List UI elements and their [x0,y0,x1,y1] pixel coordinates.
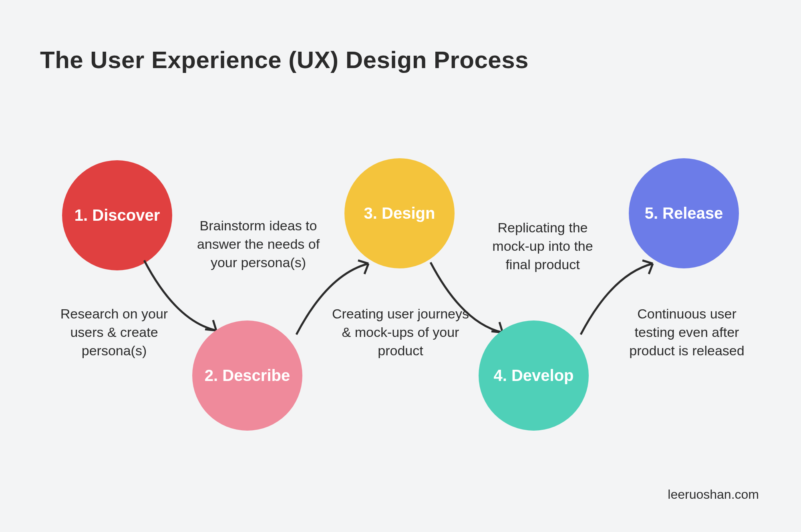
step-label: 1. Discover [66,206,168,224]
step-circle-release: 5. Release [629,158,739,268]
diagram-title: The User Experience (UX) Design Process [40,46,529,74]
step-label: 4. Develop [485,367,582,385]
diagram-stage: The User Experience (UX) Design Process … [0,0,801,532]
step-label: 3. Design [356,204,443,222]
step-circle-design: 3. Design [344,158,455,268]
credit-text: leeruoshan.com [668,487,759,502]
step-caption-release: Continuous user testing even after produ… [619,304,755,360]
step-circle-develop: 4. Develop [479,320,589,431]
step-circle-describe: 2. Describe [192,320,302,431]
step-label: 2. Describe [197,367,298,385]
step-circle-discover: 1. Discover [62,160,172,270]
step-label: 5. Release [637,204,731,222]
